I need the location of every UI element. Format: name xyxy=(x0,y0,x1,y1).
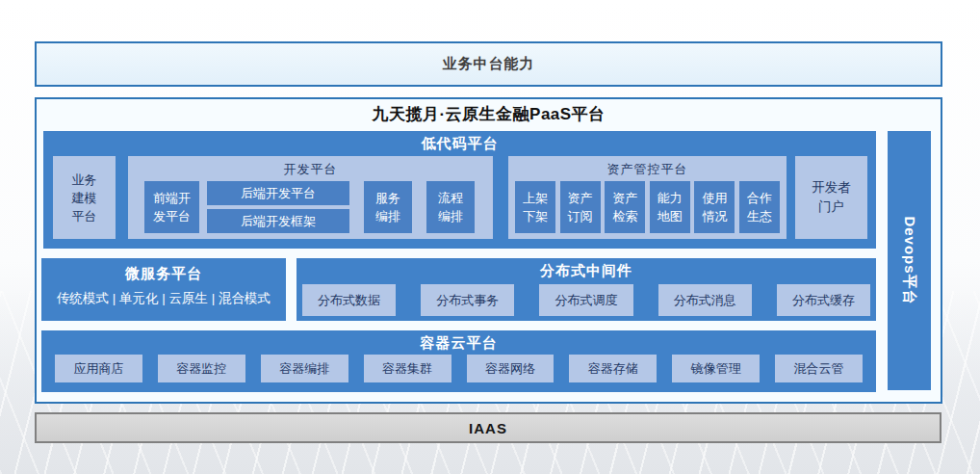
dev-portal-line: 开发者 xyxy=(812,178,851,198)
service-orch-line: 服务 xyxy=(375,189,400,207)
panel-development-platform: 开发平台 前端开 发平台 后端开发平台 后端开发框架 服务 编排 流程 编排 xyxy=(128,156,493,239)
box-backend-dev-framework: 后端开发框架 xyxy=(207,209,349,233)
box-distributed-transaction: 分布式事务 xyxy=(421,284,514,316)
dev-portal-line: 门户 xyxy=(818,198,844,217)
box-container-monitoring: 容器监控 xyxy=(158,355,245,382)
box-distributed-message: 分布式消息 xyxy=(658,284,752,316)
box-container-orchestration: 容器编排 xyxy=(261,355,348,382)
devops-platform-label: Devops平台 xyxy=(900,216,918,304)
process-orch-line: 流程 xyxy=(438,189,463,207)
box-backend-dev-platform: 后端开发平台 xyxy=(207,181,349,205)
paas-platform-container: 九天揽月·云原生金融PaaS平台 低代码平台 业务 建模 平台 开发平台 前端开… xyxy=(35,97,942,404)
middleware-items-row: 分布式数据 分布式事务 分布式调度 分布式消息 分布式缓存 xyxy=(302,284,870,316)
box-distributed-cache: 分布式缓存 xyxy=(777,284,870,316)
business-midplatform-banner: 业务中台能力 xyxy=(35,41,942,87)
asset-item-line: 合作 xyxy=(747,189,772,207)
box-service-orchestration: 服务 编排 xyxy=(364,181,412,233)
panel-asset-management-platform: 资产管控平台 上架 下架 资产 订阅 资产 检索 能力 xyxy=(508,156,787,239)
dev-panel-title: 开发平台 xyxy=(128,156,493,178)
biz-model-line: 业务 xyxy=(72,171,97,189)
middleware-section-title: 分布式中间件 xyxy=(297,258,876,280)
biz-model-line: 建模 xyxy=(72,189,97,207)
asset-item-line: 检索 xyxy=(612,207,637,225)
box-container-network: 容器网络 xyxy=(467,355,554,382)
box-asset-search: 资产 检索 xyxy=(605,181,645,233)
section-microservice-platform: 微服务平台 传统模式 | 单元化 | 云原生 | 混合模式 xyxy=(41,258,286,321)
box-process-orchestration: 流程 编排 xyxy=(426,181,475,233)
container-cloud-items-row: 应用商店 容器监控 容器编排 容器集群 容器网络 容器存储 镜像管理 混合云管 xyxy=(55,355,863,382)
frontend-line: 发平台 xyxy=(153,207,191,225)
section-distributed-middleware: 分布式中间件 分布式数据 分布式事务 分布式调度 分布式消息 分布式缓存 xyxy=(297,258,876,321)
service-orch-line: 编排 xyxy=(375,207,400,225)
iaas-label: IAAS xyxy=(469,420,507,436)
paas-platform-title: 九天揽月·云原生金融PaaS平台 xyxy=(37,103,941,125)
asset-item-line: 情况 xyxy=(702,207,727,225)
business-midplatform-label: 业务中台能力 xyxy=(443,55,535,73)
box-container-storage: 容器存储 xyxy=(569,355,657,382)
process-orch-line: 编排 xyxy=(438,207,463,225)
microservice-modes: 传统模式 | 单元化 | 云原生 | 混合模式 xyxy=(41,290,286,307)
box-capability-map: 能力 地图 xyxy=(650,181,690,233)
box-asset-subscription: 资产 订阅 xyxy=(560,181,601,233)
box-distributed-scheduling: 分布式调度 xyxy=(539,284,632,316)
asset-item-line: 下架 xyxy=(523,207,548,225)
box-business-modeling-platform: 业务 建模 平台 xyxy=(53,156,116,239)
devops-platform-bar: Devops平台 xyxy=(888,131,931,390)
box-developer-portal: 开发者 门户 xyxy=(795,156,867,239)
asset-item-line: 资产 xyxy=(612,189,637,207)
section-container-cloud-platform: 容器云平台 应用商店 容器监控 容器编排 容器集群 容器网络 容器存储 镜像管理… xyxy=(41,330,876,392)
asset-item-line: 使用 xyxy=(702,189,727,207)
asset-item-line: 资产 xyxy=(568,189,593,207)
box-cooperation-ecosystem: 合作 生态 xyxy=(739,181,780,233)
frontend-line: 前端开 xyxy=(153,189,191,207)
box-container-cluster: 容器集群 xyxy=(364,355,451,382)
box-distributed-data: 分布式数据 xyxy=(302,284,396,316)
box-app-store: 应用商店 xyxy=(55,355,142,382)
container-cloud-section-title: 容器云平台 xyxy=(41,330,876,353)
asset-item-line: 上架 xyxy=(523,189,548,207)
asset-item-line: 地图 xyxy=(658,207,683,225)
iaas-bar: IAAS xyxy=(35,412,941,443)
box-usage-status: 使用 情况 xyxy=(694,181,735,233)
section-lowcode-platform: 低代码平台 业务 建模 平台 开发平台 前端开 发平台 后端开发平台 后端开发框… xyxy=(43,131,876,249)
biz-model-line: 平台 xyxy=(72,207,97,225)
box-asset-onoff-shelf: 上架 下架 xyxy=(515,181,555,233)
asset-items-row: 上架 下架 资产 订阅 资产 检索 能力 地图 xyxy=(515,181,780,233)
asset-item-line: 能力 xyxy=(658,189,683,207)
asset-item-line: 生态 xyxy=(747,207,772,225)
architecture-diagram: 业务中台能力 九天揽月·云原生金融PaaS平台 低代码平台 业务 建模 平台 开… xyxy=(0,0,980,474)
box-frontend-dev-platform: 前端开 发平台 xyxy=(144,181,199,233)
backend-stack: 后端开发平台 后端开发框架 xyxy=(207,181,349,233)
microservice-title: 微服务平台 xyxy=(41,265,286,283)
box-image-management: 镜像管理 xyxy=(672,355,760,382)
lowcode-section-title: 低代码平台 xyxy=(43,131,876,153)
asset-panel-title: 资产管控平台 xyxy=(508,156,787,178)
asset-item-line: 订阅 xyxy=(568,207,593,225)
box-hybrid-cloud-management: 混合云管 xyxy=(775,355,863,382)
